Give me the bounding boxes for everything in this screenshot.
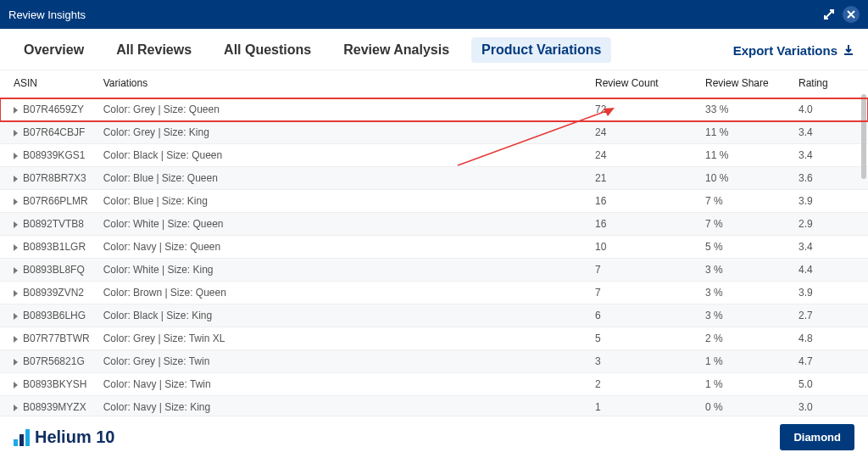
col-review-share[interactable]: Review Share	[698, 70, 792, 98]
cell-rating: 2.7	[792, 304, 868, 327]
cell-asin[interactable]: B07R66PLMR	[0, 190, 97, 213]
cell-variation: Color: Grey | Size: Queen	[97, 98, 588, 121]
cell-asin[interactable]: B07R4659ZY	[0, 98, 97, 121]
cell-asin[interactable]: B0893B1LGR	[0, 236, 97, 259]
cell-review-share: 5 %	[698, 236, 792, 259]
cell-review-count: 16	[588, 190, 698, 213]
tab-review-analysis[interactable]: Review Analysis	[333, 37, 459, 63]
expand-caret-icon[interactable]	[14, 405, 18, 411]
tab-overview[interactable]: Overview	[14, 37, 94, 63]
cell-asin[interactable]: B08939KGS1	[0, 144, 97, 167]
cell-asin[interactable]: B07R64CBJF	[0, 121, 97, 144]
variations-table-wrap: ASIN Variations Review Count Review Shar…	[0, 70, 868, 442]
expand-caret-icon[interactable]	[14, 176, 18, 182]
cell-variation: Color: Navy | Size: Queen	[97, 236, 588, 259]
cell-review-count: 24	[588, 121, 698, 144]
cell-asin[interactable]: B0893BKYSH	[0, 373, 97, 396]
asin-text: B07R4659ZY	[23, 103, 84, 115]
col-review-count[interactable]: Review Count	[588, 70, 698, 98]
cell-review-share: 10 %	[698, 167, 792, 190]
cell-review-share: 11 %	[698, 144, 792, 167]
table-header-row: ASIN Variations Review Count Review Shar…	[0, 70, 868, 98]
table-row[interactable]: B07R64CBJFColor: Grey | Size: King2411 %…	[0, 121, 868, 144]
asin-text: B07R64CBJF	[23, 126, 85, 138]
close-icon[interactable]	[843, 6, 860, 23]
expand-caret-icon[interactable]	[14, 198, 18, 205]
asin-text: B07R66PLMR	[23, 195, 88, 207]
expand-caret-icon[interactable]	[14, 267, 18, 274]
expand-caret-icon[interactable]	[14, 382, 18, 388]
expand-caret-icon[interactable]	[14, 336, 18, 343]
export-variations-button[interactable]: Export Variations	[733, 43, 854, 58]
asin-text: B08939MYZX	[23, 401, 86, 413]
tabs-row: Overview All Reviews All Questions Revie…	[0, 29, 868, 70]
tab-all-reviews[interactable]: All Reviews	[106, 37, 202, 63]
cell-review-count: 7	[588, 282, 698, 304]
expand-caret-icon[interactable]	[14, 107, 18, 114]
export-label: Export Variations	[733, 43, 837, 58]
cell-rating: 3.4	[792, 236, 868, 259]
table-row[interactable]: B08939ZVN2Color: Brown | Size: Queen73 %…	[0, 282, 868, 304]
expand-caret-icon[interactable]	[14, 290, 18, 297]
cell-review-count: 5	[588, 327, 698, 350]
cell-variation: Color: Navy | Size: Twin	[97, 373, 588, 396]
table-row[interactable]: B07R56821GColor: Grey | Size: Twin31 %4.…	[0, 350, 868, 373]
table-row[interactable]: B0893BL8FQColor: White | Size: King73 %4…	[0, 259, 868, 282]
cell-review-share: 3 %	[698, 282, 792, 304]
cell-review-share: 33 %	[698, 98, 792, 121]
expand-caret-icon[interactable]	[14, 130, 18, 137]
cell-variation: Color: White | Size: King	[97, 259, 588, 282]
footer: Helium 10 Diamond	[0, 416, 868, 458]
cell-variation: Color: Black | Size: King	[97, 304, 588, 327]
table-row[interactable]: B07R8BR7X3Color: Blue | Size: Queen2110 …	[0, 167, 868, 190]
table-row[interactable]: B0893B6LHGColor: Black | Size: King63 %2…	[0, 304, 868, 327]
cell-review-count: 3	[588, 350, 698, 373]
cell-asin[interactable]: B0893BL8FQ	[0, 259, 97, 282]
titlebar: Review Insights	[0, 0, 868, 29]
cell-review-count: 24	[588, 144, 698, 167]
cell-rating: 2.9	[792, 213, 868, 236]
tab-product-variations[interactable]: Product Variations	[471, 37, 611, 63]
cell-asin[interactable]: B08939ZVN2	[0, 282, 97, 304]
cell-asin[interactable]: B07R8BR7X3	[0, 167, 97, 190]
expand-caret-icon[interactable]	[14, 221, 18, 228]
table-row[interactable]: B07R66PLMRColor: Blue | Size: King167 %3…	[0, 190, 868, 213]
cell-variation: Color: Black | Size: Queen	[97, 144, 588, 167]
cell-rating: 5.0	[792, 373, 868, 396]
table-row[interactable]: B07R4659ZYColor: Grey | Size: Queen7233 …	[0, 98, 868, 121]
tab-all-questions[interactable]: All Questions	[214, 37, 321, 63]
expand-caret-icon[interactable]	[14, 153, 18, 159]
asin-text: B07R56821G	[23, 355, 85, 367]
expand-caret-icon[interactable]	[14, 359, 18, 366]
plan-badge[interactable]: Diamond	[780, 424, 854, 450]
asin-text: B0893BKYSH	[23, 378, 86, 390]
asin-text: B07R8BR7X3	[23, 172, 86, 184]
col-rating[interactable]: Rating	[792, 70, 868, 98]
table-row[interactable]: B0893BKYSHColor: Navy | Size: Twin21 %5.…	[0, 373, 868, 396]
cell-asin[interactable]: B07R77BTWR	[0, 327, 97, 350]
table-row[interactable]: B07R77BTWRColor: Grey | Size: Twin XL52 …	[0, 327, 868, 350]
asin-text: B08939KGS1	[23, 149, 85, 161]
expand-icon[interactable]	[821, 6, 837, 23]
brand-name: Helium 10	[35, 427, 114, 447]
cell-review-share: 1 %	[698, 373, 792, 396]
col-variations[interactable]: Variations	[97, 70, 588, 98]
cell-review-share: 3 %	[698, 304, 792, 327]
cell-asin[interactable]: B07R56821G	[0, 350, 97, 373]
cell-rating: 3.4	[792, 121, 868, 144]
table-row[interactable]: B08939KGS1Color: Black | Size: Queen2411…	[0, 144, 868, 167]
cell-review-share: 7 %	[698, 190, 792, 213]
cell-review-share: 2 %	[698, 327, 792, 350]
cell-review-count: 6	[588, 304, 698, 327]
cell-review-count: 10	[588, 236, 698, 259]
expand-caret-icon[interactable]	[14, 313, 18, 320]
table-row[interactable]: B0892TVTB8Color: White | Size: Queen167 …	[0, 213, 868, 236]
table-row[interactable]: B0893B1LGRColor: Navy | Size: Queen105 %…	[0, 236, 868, 259]
col-asin[interactable]: ASIN	[0, 70, 97, 98]
cell-asin[interactable]: B0893B6LHG	[0, 304, 97, 327]
cell-asin[interactable]: B0892TVTB8	[0, 213, 97, 236]
cell-variation: Color: Blue | Size: Queen	[97, 167, 588, 190]
asin-text: B08939ZVN2	[23, 287, 84, 299]
cell-variation: Color: Grey | Size: King	[97, 121, 588, 144]
expand-caret-icon[interactable]	[14, 244, 18, 251]
